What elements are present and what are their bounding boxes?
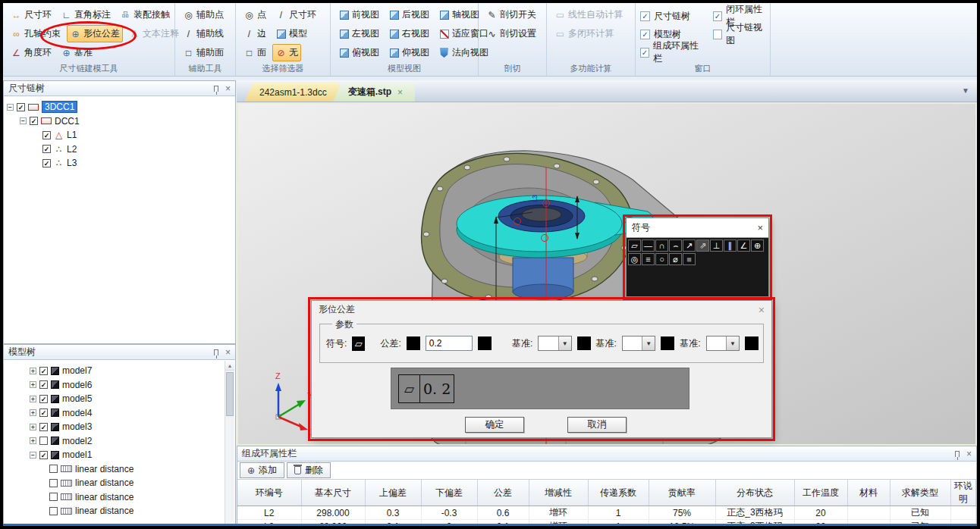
datum3-select[interactable]: ▼ <box>706 336 740 351</box>
expand-toggle[interactable]: + <box>30 396 36 402</box>
datum-button[interactable]: ⊕基准 <box>58 44 96 61</box>
cell[interactable]: 298.000 <box>301 506 365 520</box>
bottom-view-button[interactable]: 仰视图 <box>385 44 432 61</box>
linear-auto-calc-button[interactable]: ▭线性自动计算 <box>551 6 626 23</box>
aux-point-button[interactable]: ◎辅助点 <box>180 6 227 23</box>
tree-node-model6[interactable]: model6 <box>62 380 92 390</box>
checkbox[interactable]: ✓ <box>39 451 48 459</box>
color-swatch[interactable] <box>407 336 420 350</box>
checkbox[interactable]: ✓ <box>17 103 25 111</box>
hole-axis-constraint-button[interactable]: ∞孔轴约束 <box>8 25 64 42</box>
cell[interactable]: 已知 <box>890 506 950 520</box>
close-icon[interactable]: × <box>966 449 972 459</box>
pin-icon[interactable] <box>214 349 218 355</box>
tree-node-l3[interactable]: L3 <box>67 158 77 168</box>
pin-icon[interactable] <box>955 451 960 457</box>
tree-node-l1[interactable]: L1 <box>67 130 77 140</box>
chevron-down-icon[interactable]: ▼ <box>726 336 739 350</box>
cell[interactable]: L2 <box>237 506 301 520</box>
expand-toggle[interactable]: + <box>30 381 36 388</box>
axis-view-button[interactable]: 轴视图 <box>435 6 482 23</box>
multi-loop-calc-button[interactable]: ▭多闭环计算 <box>551 25 617 42</box>
tab-overflow-icon[interactable]: ▼ <box>962 86 969 95</box>
expand-toggle[interactable]: + <box>30 368 36 374</box>
dim-ring-button[interactable]: ↔尺寸环 <box>8 6 55 23</box>
checkbox[interactable]: ✓ <box>39 367 48 375</box>
angle-ring-button[interactable]: ∠角度环 <box>8 44 55 61</box>
window-ring-prop-checkbox[interactable]: ✓ <box>640 48 649 58</box>
checkbox[interactable]: ✓ <box>39 395 48 403</box>
cell[interactable]: 0.3 <box>365 506 421 520</box>
symbol-line-profile-button[interactable]: ⌢ <box>669 239 682 252</box>
tree-node-model2[interactable]: model2 <box>62 436 92 446</box>
checkbox[interactable]: ✓ <box>39 423 48 431</box>
datum1-select[interactable]: ▼ <box>538 336 571 351</box>
chevron-down-icon[interactable]: ▼ <box>642 336 655 350</box>
delete-ring-button[interactable]: 删除 <box>287 462 331 478</box>
chevron-down-icon[interactable]: ▼ <box>558 336 571 350</box>
close-icon[interactable]: × <box>225 84 231 93</box>
close-icon[interactable]: × <box>757 222 763 233</box>
add-ring-button[interactable]: ⊕添加 <box>240 462 284 478</box>
symbol-surface-profile-button[interactable]: ∩ <box>655 239 668 252</box>
symbol-position-button[interactable]: ⊕ <box>751 239 764 252</box>
checkbox[interactable] <box>49 507 58 515</box>
form-tolerance-button[interactable]: ⊕形位公差 <box>67 25 123 42</box>
symbol-flatness-button[interactable]: ▱ <box>628 239 641 252</box>
checkbox[interactable]: ✓ <box>42 159 51 167</box>
symbol-total-runout-button[interactable]: ⇗ <box>696 239 709 252</box>
expand-toggle[interactable]: + <box>30 424 36 430</box>
table-row[interactable]: L2298.0000.3-0.30.6增环175%正态_3西格玛20已知 <box>237 506 976 520</box>
cell[interactable] <box>950 506 976 520</box>
tolerance-value-input[interactable] <box>426 336 473 351</box>
pin-icon[interactable] <box>214 86 218 92</box>
symbol-blank-button[interactable]: ■ <box>683 253 696 265</box>
tree-node-model1[interactable]: model1 <box>62 449 92 460</box>
tree-node-linear-distance[interactable]: linear distance <box>75 492 133 502</box>
dim-label-l3[interactable]: L3 <box>531 195 539 202</box>
tree-node-model3[interactable]: model3 <box>62 421 92 432</box>
filter-face-button[interactable]: □面 <box>240 44 269 61</box>
window-closed-ring-checkbox[interactable]: ✓ <box>713 11 722 21</box>
top-view-button[interactable]: 俯视图 <box>335 44 382 61</box>
tree-node-model5[interactable]: model5 <box>62 393 92 404</box>
checkbox[interactable]: ✓ <box>39 408 48 417</box>
cell[interactable]: 20 <box>794 506 847 520</box>
cell[interactable]: 1 <box>588 506 649 520</box>
close-icon[interactable]: × <box>759 305 765 315</box>
checkbox[interactable] <box>49 465 58 473</box>
symbol-parallelism-button[interactable]: ∥ <box>724 239 737 252</box>
front-view-button[interactable]: 前视图 <box>335 6 382 23</box>
expand-toggle[interactable]: + <box>30 409 36 416</box>
filter-point-button[interactable]: ◎点 <box>240 6 269 23</box>
ok-button[interactable]: 确定 <box>465 417 524 433</box>
expand-toggle[interactable]: + <box>30 437 36 444</box>
symbol-circular-runout-button[interactable]: ↗ <box>683 239 696 252</box>
tree-node-model7[interactable]: model7 <box>62 365 92 376</box>
text-note-button[interactable]: A文本注释 <box>126 25 182 42</box>
expand-toggle[interactable]: − <box>30 452 36 459</box>
cell[interactable]: -0.3 <box>421 506 477 520</box>
symbol-perpendicularity-button[interactable]: ⊥ <box>710 239 723 252</box>
symbol-circularity-button[interactable]: ○ <box>655 253 668 265</box>
cell[interactable]: 0.6 <box>477 506 529 520</box>
section-settings-button[interactable]: ∿剖切设置 <box>483 25 539 42</box>
cell[interactable] <box>847 506 890 520</box>
tab-close-icon[interactable]: × <box>397 87 403 98</box>
filter-edge-button[interactable]: /边 <box>240 25 269 42</box>
tree-node-dcc1[interactable]: DCC1 <box>55 116 80 127</box>
scroll-up-icon[interactable]: ▲ <box>225 361 234 371</box>
color-swatch[interactable] <box>577 336 591 350</box>
assembly-contact-button[interactable]: 品装配接触 <box>117 6 173 23</box>
window-dcc-tree-checkbox[interactable]: ✓ <box>640 11 650 21</box>
section-toggle-button[interactable]: ✎剖切开关 <box>483 6 539 23</box>
tree-node-linear-distance[interactable]: linear distance <box>75 464 133 474</box>
tree-node-model4[interactable]: model4 <box>62 408 92 418</box>
aux-plane-button[interactable]: □辅助面 <box>180 44 227 61</box>
left-view-button[interactable]: 左视图 <box>335 25 382 42</box>
symbol-cylindricity-button[interactable]: ⌀ <box>669 253 682 265</box>
scrollbar-thumb[interactable] <box>226 372 234 416</box>
symbol-picker-button[interactable]: ▱ <box>352 336 365 351</box>
checkbox[interactable] <box>39 437 48 445</box>
cell[interactable]: 正态_3西格玛 <box>715 506 794 520</box>
